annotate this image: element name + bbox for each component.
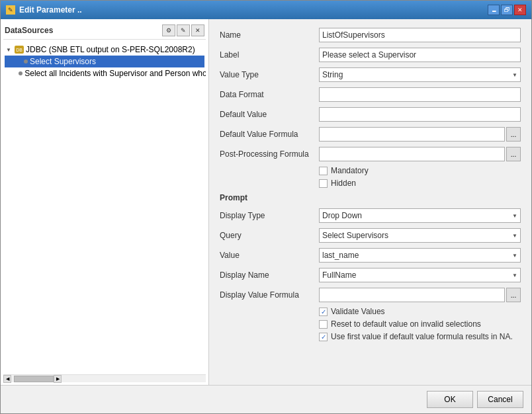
value-type-select[interactable]: String ▼ [319,67,521,82]
db-icon: DB [15,46,24,54]
default-value-input[interactable] [319,107,521,122]
use-first-value-row: Use first value if default value formula… [220,332,521,341]
value-select[interactable]: last_name ▼ [319,248,521,263]
hidden-row: Hidden [220,179,521,188]
mandatory-checkbox[interactable] [319,167,328,175]
display-type-value: Drop Down [322,211,362,220]
cancel-button[interactable]: Cancel [477,391,523,408]
mandatory-label: Mandatory [331,166,369,175]
value-type-arrow: ▼ [512,72,517,78]
display-value-formula-input[interactable] [319,288,505,302]
right-panel: Name Label Value Type String ▼ Data Form… [209,19,531,385]
tree-item-supervisors-label: Select Supervisors [30,57,96,66]
dialog-title: Edit Parameter .. [19,5,82,15]
tree-arrow-blank [15,59,22,65]
value-row: Value last_name ▼ [220,247,521,263]
data-format-label: Data Format [220,90,319,99]
display-type-select[interactable]: Drop Down ▼ [319,208,521,223]
title-bar-controls: 🗕 🗗 ✕ [488,5,526,15]
title-bar-icon: ✎ [6,5,15,15]
left-panel-toolbar: ⚙ ✎ ✕ [162,24,204,36]
remove-datasource-button[interactable]: ✕ [191,24,204,36]
tree-item-jdbc[interactable]: ▼ DB JDBC (SNB ETL output on S-PER-SQL20… [5,44,204,56]
display-name-label: Display Name [220,270,319,280]
reset-to-default-label: Reset to default value on invalid select… [331,319,481,329]
scroll-thumb[interactable] [14,376,54,382]
datasources-title: DataSources [5,26,53,35]
validate-values-label: Validate Values [331,307,385,316]
left-panel-header: DataSources ⚙ ✎ ✕ [3,22,206,40]
display-name-select[interactable]: FullName ▼ [319,268,521,282]
display-type-label: Display Type [220,211,319,220]
default-value-formula-btn[interactable]: ... [506,127,521,142]
query-arrow: ▼ [512,233,517,239]
use-first-value-checkbox[interactable] [319,333,328,341]
horizontal-scrollbar[interactable]: ◀ ▶ [3,374,206,382]
display-value-formula-wrapper: ... [319,288,521,302]
label-input[interactable] [319,48,521,62]
title-bar: ✎ Edit Parameter .. 🗕 🗗 ✕ [1,1,531,19]
edit-parameter-dialog: ✎ Edit Parameter .. 🗕 🗗 ✕ DataSources ⚙ … [0,0,532,414]
tree-item-jdbc-label: JDBC (SNB ETL output on S-PER-SQL2008R2) [26,45,195,54]
scroll-left-btn[interactable]: ◀ [3,375,11,383]
tree-area: ▼ DB JDBC (SNB ETL output on S-PER-SQL20… [3,42,206,374]
minimize-button[interactable]: 🗕 [488,5,500,15]
post-processing-formula-btn[interactable]: ... [506,147,521,161]
use-first-value-label: Use first value if default value formula… [331,332,513,341]
tree-item-select-incidents[interactable]: Select all Incidents with Supervisor and… [5,67,204,79]
post-processing-formula-input[interactable] [319,147,505,161]
title-bar-left: ✎ Edit Parameter .. [6,5,82,15]
display-type-arrow: ▼ [512,213,517,219]
name-input[interactable] [319,28,521,42]
dot-icon-supervisors [24,60,28,63]
display-name-row: Display Name FullName ▼ [220,267,521,283]
data-format-row: Data Format [220,87,521,103]
hidden-checkbox[interactable] [319,179,328,188]
tree-arrow-jdbc: ▼ [6,47,13,53]
reset-to-default-row: Reset to default value on invalid select… [220,319,521,329]
default-value-row: Default Value [220,106,521,122]
validate-values-checkbox[interactable] [319,308,328,316]
display-value-formula-btn[interactable]: ... [506,288,521,302]
restore-button[interactable]: 🗗 [501,5,513,15]
left-panel: DataSources ⚙ ✎ ✕ ▼ DB JDBC (SNB ETL out… [1,19,209,385]
default-value-label: Default Value [220,110,319,119]
edit-datasource-button[interactable]: ✎ [177,24,190,36]
hidden-label: Hidden [331,179,356,188]
default-value-formula-input[interactable] [319,127,505,142]
query-value: Select Supervisors [322,231,388,240]
ok-button[interactable]: OK [427,391,473,408]
name-row: Name [220,27,521,43]
tree-item-select-supervisors[interactable]: Select Supervisors [5,56,204,67]
tree-arrow-blank2 [15,71,17,77]
display-name-value: FullName [322,270,356,280]
default-value-formula-row: Default Value Formula ... [220,126,521,142]
post-processing-formula-wrapper: ... [319,147,521,161]
reset-to-default-checkbox[interactable] [319,320,328,329]
dialog-footer: OK Cancel [1,385,531,413]
query-select[interactable]: Select Supervisors ▼ [319,228,521,243]
label-label: Label [220,50,319,60]
query-row: Query Select Supervisors ▼ [220,228,521,243]
value-type-row: Value Type String ▼ [220,67,521,83]
post-processing-formula-label: Post-Processing Formula [220,149,319,159]
add-datasource-button[interactable]: ⚙ [162,24,175,36]
close-button[interactable]: ✕ [514,5,526,15]
default-value-formula-wrapper: ... [319,127,521,142]
value-type-label: Value Type [220,70,319,79]
label-row: Label [220,47,521,63]
name-label: Name [220,30,319,40]
display-value-formula-row: Display Value Formula ... [220,287,521,303]
display-type-row: Display Type Drop Down ▼ [220,208,521,224]
default-value-formula-label: Default Value Formula [220,130,319,139]
post-processing-formula-row: Post-Processing Formula ... [220,146,521,162]
dialog-body: DataSources ⚙ ✎ ✕ ▼ DB JDBC (SNB ETL out… [1,19,531,385]
data-format-input[interactable] [319,87,521,102]
display-name-arrow: ▼ [512,272,517,278]
display-value-formula-label: Display Value Formula [220,290,319,300]
tree-item-incidents-label: Select all Incidents with Supervisor and… [24,69,206,78]
value-type-value: String [322,70,343,79]
value-arrow: ▼ [512,253,517,259]
scroll-right-btn[interactable]: ▶ [54,375,62,383]
value-label: Value [220,251,319,260]
